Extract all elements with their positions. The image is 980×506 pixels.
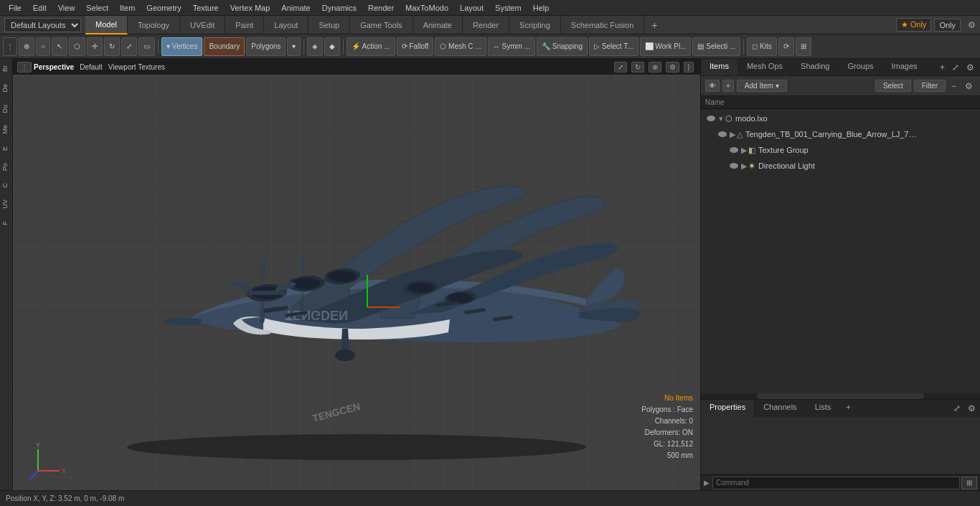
tool-sym2[interactable]: ◆ xyxy=(324,37,340,56)
viewport[interactable]: ⋮ Perspective Default Viewport Textures … xyxy=(13,59,700,490)
sidebar-tab-de[interactable]: De xyxy=(0,78,12,98)
tool-vr2[interactable]: ⊞ xyxy=(796,37,811,56)
tree-scrollbar[interactable] xyxy=(757,393,924,399)
tree-vis-texture-group[interactable] xyxy=(728,144,740,156)
sidebar-tab-uv[interactable]: UV xyxy=(0,193,12,215)
tool-sym1[interactable]: ◈ xyxy=(307,37,323,56)
tab-scripting[interactable]: Scripting xyxy=(509,16,561,34)
tool-mode-dropdown[interactable]: ▾ xyxy=(287,37,301,56)
sidebar-tab-e[interactable]: E xyxy=(0,140,12,156)
viewport-rotate[interactable]: ↻ xyxy=(631,62,644,72)
tab-topology[interactable]: Topology xyxy=(128,16,180,34)
tab-add[interactable]: + xyxy=(644,17,664,34)
tab-settings-icon[interactable]: ⚙ xyxy=(963,19,980,32)
props-tab-channels[interactable]: Channels xyxy=(755,400,806,417)
sidebar-tab-po[interactable]: Po xyxy=(0,156,12,177)
sidebar-tab-du[interactable]: Du xyxy=(0,98,12,119)
tool-globe[interactable]: ⊕ xyxy=(19,37,34,56)
panel-btn-settings2[interactable]: ⚙ xyxy=(962,80,976,93)
tree-expand-modo-lxo[interactable]: ▾ xyxy=(717,114,725,123)
layout-select[interactable]: Default Layouts xyxy=(4,18,81,32)
item-tree[interactable]: ▾ ⬡ modo.lxo ▶ △ Tengden_TB_001_Carrying… xyxy=(701,109,980,393)
tool-lasso[interactable]: ⬡ xyxy=(69,37,85,56)
tool-dotmenu[interactable]: ⋮ xyxy=(3,37,17,56)
menu-system[interactable]: System xyxy=(489,2,527,14)
tool-vertices[interactable]: ▾ Vertices xyxy=(161,37,202,56)
menu-geometry[interactable]: Geometry xyxy=(141,2,187,14)
tree-expand-texture-group[interactable]: ▶ xyxy=(740,146,748,155)
menu-render[interactable]: Render xyxy=(362,2,400,14)
command-input[interactable] xyxy=(712,477,960,489)
tool-circle[interactable]: ○ xyxy=(36,37,50,56)
tab-star[interactable]: ★ Only xyxy=(896,18,932,32)
tab-gametools[interactable]: Game Tools xyxy=(350,16,413,34)
tool-transform[interactable]: ✛ xyxy=(87,37,103,56)
menu-maxtomodo[interactable]: MaxToModo xyxy=(400,2,454,14)
props-settings-icon[interactable]: ⚙ xyxy=(965,401,979,416)
viewport-zoom[interactable]: ⊕ xyxy=(649,62,661,72)
viewport-shading[interactable]: Viewport Textures xyxy=(108,63,165,71)
panel-tab-groups[interactable]: Groups xyxy=(839,59,882,75)
tool-arrow[interactable]: ↖ xyxy=(52,37,67,56)
panel-btn-additem[interactable]: Add Item ▾ xyxy=(737,80,787,92)
tree-expand-dir-light[interactable]: ▶ xyxy=(740,161,748,171)
tool-symm[interactable]: ↔ Symm ... xyxy=(488,37,535,56)
menu-select[interactable]: Select xyxy=(80,2,114,14)
panel-btn-filter[interactable]: Filter xyxy=(914,80,946,92)
menu-texture[interactable]: Texture xyxy=(187,2,225,14)
menu-view[interactable]: View xyxy=(52,2,81,14)
sidebar-tab-me[interactable]: Me xyxy=(0,118,12,140)
viewport-settings[interactable]: ⚙ xyxy=(666,62,679,72)
tab-schematicfusion[interactable]: Schematic Fusion xyxy=(561,16,644,34)
menu-layout[interactable]: Layout xyxy=(454,2,489,14)
viewport-mode[interactable]: Perspective xyxy=(34,63,74,71)
menu-help[interactable]: Help xyxy=(527,2,555,14)
menu-edit[interactable]: Edit xyxy=(27,2,52,14)
props-tab-add[interactable]: + xyxy=(840,400,856,417)
tree-vis-dir-light[interactable] xyxy=(728,160,740,172)
panel-tab-shading[interactable]: Shading xyxy=(792,59,839,75)
tool-polygons[interactable]: Polygons xyxy=(246,37,286,56)
sidebar-tab-br[interactable]: Br xyxy=(0,59,12,78)
panel-btn-add[interactable]: + xyxy=(722,80,734,92)
tree-item-dir-light[interactable]: ▶ ☀ Directional Light xyxy=(702,158,979,174)
tool-selection[interactable]: ▤ Selecti ... xyxy=(692,37,740,56)
props-expand-icon[interactable]: ⤢ xyxy=(951,401,963,416)
panel-tab-meshops[interactable]: Mesh Ops xyxy=(738,59,792,75)
tool-rect[interactable]: ▭ xyxy=(138,37,155,56)
viewport-style[interactable]: Default xyxy=(80,63,103,71)
panel-expand[interactable]: ⤢ xyxy=(949,61,962,74)
panel-tab-items[interactable]: Items xyxy=(701,59,738,75)
tree-item-modo-lxo[interactable]: ▾ ⬡ modo.lxo xyxy=(702,111,979,126)
viewport-dotmenu[interactable]: ⋮ xyxy=(17,62,32,72)
sidebar-tab-f[interactable]: F xyxy=(0,215,12,231)
panel-btn-minus[interactable]: − xyxy=(948,80,959,93)
panel-btn-select[interactable]: Select xyxy=(875,80,911,92)
menu-dynamics[interactable]: Dynamics xyxy=(316,2,362,14)
tool-falloff[interactable]: ⟳ Falloff xyxy=(397,37,434,56)
tool-meshc[interactable]: ⬡ Mesh C ... xyxy=(435,37,486,56)
tool-action[interactable]: ⚡ Action ... xyxy=(347,37,395,56)
panel-tab-images[interactable]: Images xyxy=(883,59,927,75)
tool-vr1[interactable]: ⟳ xyxy=(778,37,794,56)
menu-item[interactable]: Item xyxy=(114,2,141,14)
sidebar-tab-c[interactable]: C xyxy=(0,177,12,194)
menu-file[interactable]: File xyxy=(3,2,27,14)
tab-setup[interactable]: Setup xyxy=(308,16,350,34)
tree-expand-tb001[interactable]: ▶ xyxy=(728,130,737,139)
panel-settings-icon[interactable]: ⚙ xyxy=(963,61,977,74)
tool-scale[interactable]: ⤢ xyxy=(121,37,137,56)
tab-render[interactable]: Render xyxy=(463,16,509,34)
panel-tab-add[interactable]: + xyxy=(937,61,948,74)
menu-vertexmap[interactable]: Vertex Map xyxy=(225,2,276,14)
tree-vis-tb001[interactable] xyxy=(717,128,728,140)
tool-rotate[interactable]: ↻ xyxy=(104,37,120,56)
tab-model[interactable]: Model xyxy=(85,16,128,34)
props-tab-lists[interactable]: Lists xyxy=(806,400,841,417)
tool-kits[interactable]: ◻ Kits xyxy=(747,37,776,56)
viewport-expand[interactable]: ⟩ xyxy=(684,62,694,72)
tree-item-tb001[interactable]: ▶ △ Tengden_TB_001_Carrying_Blue_Arrow_L… xyxy=(702,126,979,142)
tree-vis-modo-lxo[interactable] xyxy=(705,113,717,124)
command-execute-btn[interactable]: ⊞ xyxy=(961,477,977,489)
menu-animate[interactable]: Animate xyxy=(275,2,316,14)
